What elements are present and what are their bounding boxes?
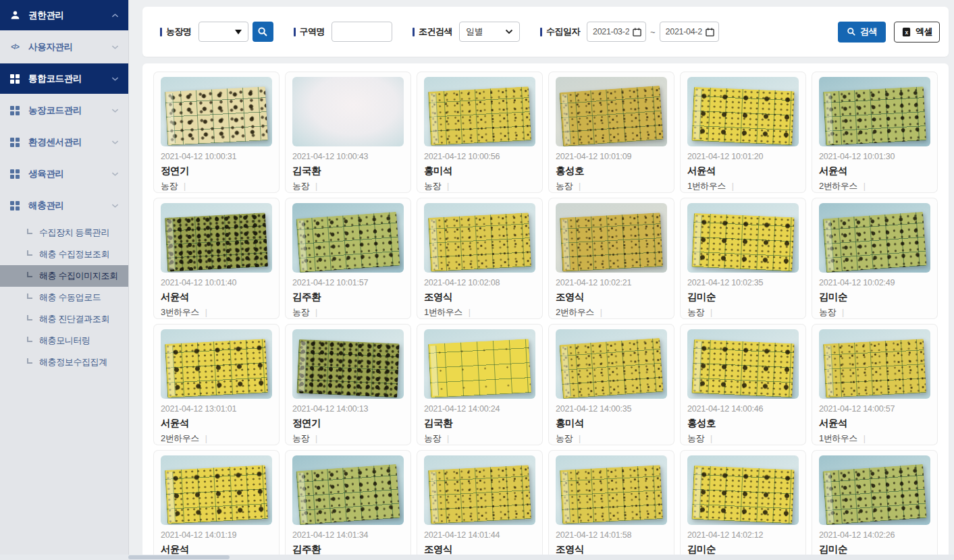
- sidebar-item-label: 해충관리: [28, 200, 111, 212]
- date-from-input[interactable]: 2021-03-2: [587, 22, 646, 42]
- sticky-trap-image: [165, 339, 268, 398]
- capture-timestamp: 2021-04-12 14:01:34: [292, 530, 404, 540]
- pest-image-card[interactable]: 2021-04-12 10:02:49 김미순 농장 |: [812, 198, 937, 318]
- pest-image-card[interactable]: 2021-04-12 14:01:58 조영식 |: [549, 451, 674, 560]
- divider: |: [315, 181, 317, 191]
- grid-icon: [9, 200, 20, 211]
- farm-name-select[interactable]: [198, 22, 248, 42]
- farmer-name: 서윤석: [161, 291, 272, 304]
- pest-image-card[interactable]: 2021-04-12 14:02:12 김미순 |: [681, 451, 805, 560]
- location-label: 농장: [556, 432, 573, 445]
- divider: |: [579, 181, 581, 191]
- submenu-item-pest-monitoring[interactable]: 해충모니터링: [0, 330, 128, 352]
- capture-timestamp: 2021-04-12 10:01:30: [819, 152, 930, 161]
- sticky-trap-image: [165, 465, 268, 524]
- divider: |: [447, 181, 449, 191]
- dropdown-arrow-icon: [235, 30, 242, 34]
- submenu-item-pest-info-search[interactable]: 해충 수집정보조회: [0, 244, 128, 265]
- capture-timestamp: 2021-04-12 14:02:26: [819, 530, 930, 540]
- zone-name-input[interactable]: [332, 22, 392, 42]
- location-row: 농장 |: [292, 306, 404, 318]
- pest-image-card[interactable]: 2021-04-12 14:00:24 김국환 농장 |: [417, 325, 542, 445]
- pest-image-card[interactable]: 2021-04-12 10:01:40 서윤석 3번하우스 |: [154, 198, 279, 318]
- capture-timestamp: 2021-04-12 10:02:35: [687, 278, 799, 287]
- pest-image-card[interactable]: 2021-04-12 13:01:01 서윤석 2번하우스 |: [154, 325, 279, 445]
- submenu-item-device-register[interactable]: 수집장치 등록관리: [0, 222, 128, 244]
- farmer-name: 서윤석: [819, 417, 930, 430]
- pest-image-card[interactable]: 2021-04-12 14:01:34 김주환 |: [286, 451, 410, 560]
- pest-image-card[interactable]: 2021-04-12 10:00:43 김국환 농장 |: [286, 72, 410, 192]
- submenu-item-pest-diagnosis-result[interactable]: 해충 진단결과조회: [0, 308, 128, 330]
- search-button[interactable]: 검색: [838, 22, 886, 43]
- pest-image-card[interactable]: 2021-04-12 10:02:35 김미순 농장 |: [681, 198, 805, 318]
- pest-image-card[interactable]: 2021-04-12 10:00:56 홍미석 농장 |: [417, 72, 542, 192]
- pest-image-card[interactable]: 2021-04-12 14:00:57 서윤석 1번하우스 |: [812, 325, 937, 445]
- chevron-down-icon: [111, 140, 119, 145]
- farmer-name: 서윤석: [819, 165, 930, 177]
- sidebar-item-user-mgmt[interactable]: </> 사용자관리: [0, 32, 128, 62]
- pest-image-card[interactable]: 2021-04-12 10:02:08 조영식 1번하우스 |: [417, 198, 542, 318]
- submenu-item-pest-image-search[interactable]: 해충 수집이미지조회: [0, 265, 128, 287]
- sticky-trap-image: [692, 465, 795, 524]
- date-to-input[interactable]: 2021-04-2: [660, 22, 719, 42]
- pest-image-card[interactable]: 2021-04-12 14:02:26 김미순 |: [812, 451, 937, 560]
- pest-image-card[interactable]: 2021-04-12 10:01:30 서윤석 2번하우스 |: [812, 72, 937, 192]
- location-label: 2번하우스: [161, 432, 199, 445]
- sticky-trap-image: [165, 213, 268, 272]
- location-row: 2번하우스 |: [819, 180, 930, 192]
- excel-icon: x: [901, 27, 911, 37]
- pest-image-card[interactable]: 2021-04-12 10:01:57 김주환 농장 |: [286, 198, 410, 318]
- branch-icon: [27, 293, 32, 299]
- grid-icon: [9, 137, 20, 148]
- pest-image-card[interactable]: 2021-04-12 14:00:35 홍미석 농장 |: [549, 325, 674, 445]
- submenu-item-pest-manual-upload[interactable]: 해충 수동업로드: [0, 287, 128, 308]
- pest-image-card[interactable]: 2021-04-12 14:00:13 정연기 농장 |: [286, 325, 410, 445]
- location-row: 농장 |: [556, 432, 667, 445]
- user-icon: [9, 10, 20, 21]
- submenu-item-pest-info-aggregate[interactable]: 해충정보수집집계: [0, 352, 128, 373]
- scrollbar-thumb[interactable]: [128, 555, 230, 559]
- chevron-down-icon: [111, 171, 119, 177]
- location-row: 1번하우스 |: [687, 180, 799, 192]
- pest-image-card[interactable]: 2021-04-12 10:00:31 정연기 농장 |: [154, 72, 279, 192]
- farmer-name: 김국환: [292, 165, 404, 177]
- pest-image-card[interactable]: 2021-04-12 14:01:19 서윤석 |: [154, 451, 279, 560]
- sidebar-item-permission-mgmt[interactable]: 권한관리: [0, 0, 128, 30]
- divider: |: [315, 434, 317, 443]
- capture-timestamp: 2021-04-12 13:01:01: [161, 404, 272, 414]
- condition-select[interactable]: 일별: [459, 22, 520, 42]
- sidebar-item-label: 농장코드관리: [28, 105, 111, 117]
- capture-timestamp: 2021-04-12 10:01:40: [161, 278, 272, 287]
- label-marker: [294, 28, 296, 36]
- farm-search-button[interactable]: [253, 22, 273, 42]
- calendar-icon: [706, 28, 714, 36]
- label-marker: [540, 28, 542, 36]
- divider: |: [864, 434, 866, 443]
- capture-timestamp: 2021-04-12 10:00:56: [424, 152, 535, 161]
- sidebar-item-env-sensor-mgmt[interactable]: 환경센서관리: [0, 127, 128, 157]
- excel-button[interactable]: x 엑셀: [894, 22, 940, 43]
- trap-photo: [556, 77, 667, 146]
- sidebar-item-code-mgmt[interactable]: 통합코드관리: [0, 63, 128, 94]
- horizontal-scrollbar[interactable]: [0, 555, 954, 560]
- main-content: 농장명 구역명 조건검색 일별 수집일자 2021-03-2: [130, 0, 954, 560]
- trap-photo: [292, 77, 404, 146]
- pest-image-card[interactable]: 2021-04-12 10:01:20 서윤석 1번하우스 |: [681, 72, 805, 192]
- pest-image-card[interactable]: 2021-04-12 14:01:44 조영식 |: [417, 451, 542, 560]
- location-label: 2번하우스: [819, 180, 857, 192]
- farmer-name: 홍성호: [556, 165, 667, 177]
- pest-image-card[interactable]: 2021-04-12 14:00:46 홍성호 농장 |: [681, 325, 805, 445]
- pest-image-card[interactable]: 2021-04-12 10:02:21 조영식 2번하우스 |: [549, 198, 674, 318]
- sidebar-item-farm-code-mgmt[interactable]: 농장코드관리: [0, 95, 128, 125]
- trap-photo: [424, 329, 535, 399]
- farmer-name: 정연기: [292, 417, 404, 430]
- sidebar-item-growth-mgmt[interactable]: 생육관리: [0, 159, 128, 189]
- search-icon: [847, 27, 856, 36]
- trap-photo: [161, 203, 272, 273]
- sidebar-item-pest-mgmt[interactable]: 해충관리: [0, 190, 128, 221]
- farmer-name: 정연기: [161, 165, 272, 177]
- capture-timestamp: 2021-04-12 10:01:20: [687, 152, 799, 161]
- pest-image-card[interactable]: 2021-04-12 10:01:09 홍성호 농장 |: [549, 72, 674, 192]
- trap-photo: [292, 203, 404, 273]
- sticky-trap-image: [428, 213, 531, 272]
